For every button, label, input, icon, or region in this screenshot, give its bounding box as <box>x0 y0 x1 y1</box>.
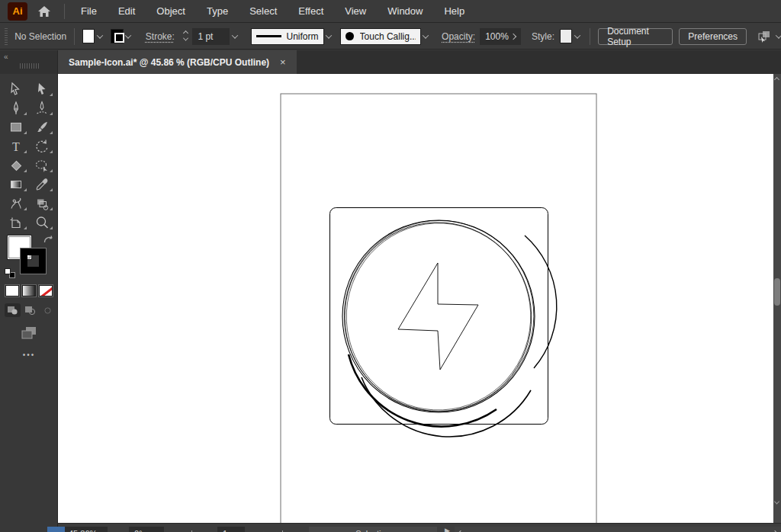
rectangle-tool[interactable] <box>3 117 29 136</box>
pen-tool[interactable] <box>3 98 29 117</box>
document-setup-button[interactable]: Document Setup <box>598 28 673 45</box>
width-profile-value: Uniform <box>287 31 319 42</box>
symbol-tool[interactable] <box>29 194 55 213</box>
draw-behind-button[interactable] <box>22 303 38 317</box>
document-tab-bar: Sample-Icon.ai* @ 45.86 % (RGB/CPU Outli… <box>58 50 781 74</box>
artboard-number-dropdown[interactable] <box>246 527 259 532</box>
preferences-button[interactable]: Preferences <box>679 28 747 45</box>
zoom-tool[interactable] <box>29 213 55 232</box>
tools-panel: « T <box>0 50 58 532</box>
width-profile-field[interactable]: Uniform <box>251 28 324 45</box>
artboard-tool[interactable] <box>3 213 29 232</box>
brush-definition-value: Touch Callig... <box>360 31 416 42</box>
status-bar: 45.86% 0° ◀ ◀ 1 ▶ ▶ Selection ▶ <box>58 523 781 532</box>
chevron-down-icon <box>97 32 103 38</box>
menu-help[interactable]: Help <box>437 2 471 20</box>
artboard-navigation: ◀ ◀ 1 ▶ ▶ <box>187 527 288 532</box>
stroke-color-swatch[interactable] <box>111 29 123 43</box>
artboard-number-value: 1 <box>223 529 227 532</box>
document-title: Sample-Icon.ai* @ 45.86 % (RGB/CPU Outli… <box>69 57 269 68</box>
opacity-label[interactable]: Opacity: <box>442 31 475 42</box>
scroll-down-icon[interactable] <box>774 499 779 505</box>
stroke-color-indicator[interactable] <box>21 248 46 274</box>
paintbrush-tool[interactable] <box>29 117 55 136</box>
shaper-tool[interactable] <box>29 155 55 175</box>
control-bar: No Selection Stroke: 1 pt Uniform Touch … <box>0 24 781 50</box>
menu-effect[interactable]: Effect <box>291 2 330 20</box>
zoom-level-value: 45.86% <box>69 529 97 532</box>
default-fill-stroke-icon[interactable] <box>5 268 15 278</box>
color-button[interactable] <box>5 285 19 296</box>
brush-definition-field[interactable]: Touch Callig... <box>340 28 421 45</box>
previous-artboard-button[interactable]: ◀ <box>201 527 216 532</box>
none-button[interactable] <box>39 285 53 296</box>
panel-drag-grip[interactable] <box>20 63 40 69</box>
curvature-tool[interactable] <box>29 98 55 117</box>
menu-edit[interactable]: Edit <box>111 2 142 20</box>
menu-file[interactable]: File <box>74 2 104 20</box>
stroke-weight-dropdown[interactable] <box>230 28 239 45</box>
close-tab-icon[interactable]: × <box>280 56 286 68</box>
stroke-weight-label[interactable]: Stroke: <box>146 31 175 42</box>
eraser-tool[interactable] <box>3 155 29 175</box>
separator <box>590 28 590 45</box>
draw-inside-button[interactable] <box>40 303 56 317</box>
swap-fill-stroke-icon[interactable] <box>43 234 53 245</box>
draw-normal-button[interactable] <box>5 303 21 317</box>
zoom-level-field[interactable]: 45.86% <box>63 527 108 532</box>
panel-grip[interactable] <box>5 28 8 45</box>
fill-stroke-cluster <box>0 233 58 282</box>
rotation-dropdown[interactable] <box>164 527 176 532</box>
last-artboard-button[interactable]: ▶ <box>273 527 288 532</box>
zoom-level-dropdown[interactable] <box>108 527 120 532</box>
gradient-button[interactable] <box>22 285 36 296</box>
status-options-icon[interactable]: ▶ <box>445 527 450 532</box>
style-swatch[interactable] <box>560 29 572 43</box>
first-artboard-button[interactable]: ◀ <box>187 527 201 532</box>
style-dropdown[interactable] <box>572 28 582 45</box>
illustrator-logo-icon[interactable]: Ai <box>8 2 27 21</box>
menu-bar: Ai File Edit Object Type Select Effect V… <box>0 0 781 23</box>
selection-tool[interactable] <box>3 79 29 98</box>
chevron-down-icon <box>167 529 173 532</box>
menu-window[interactable]: Window <box>381 2 429 20</box>
direct-selection-tool[interactable] <box>29 79 55 98</box>
horizontal-scrollbar[interactable] <box>455 527 781 532</box>
menu-items: File Edit Object Type Select Effect View… <box>74 2 471 20</box>
vertical-scrollbar[interactable] <box>773 74 781 523</box>
stroke-weight-stepper[interactable] <box>182 31 191 41</box>
menu-view[interactable]: View <box>338 2 373 20</box>
edit-toolbar-button[interactable]: ••• <box>0 351 58 359</box>
arrange-documents-button[interactable] <box>756 30 781 43</box>
vertical-scroll-thumb[interactable] <box>774 278 780 306</box>
opacity-field[interactable]: 100% <box>480 28 521 45</box>
menu-object[interactable]: Object <box>149 2 192 20</box>
collapse-panel-button[interactable]: « <box>4 53 9 61</box>
next-artboard-button[interactable]: ▶ <box>259 527 273 532</box>
menu-select[interactable]: Select <box>243 2 284 20</box>
tools-panel-header: « <box>0 50 57 74</box>
fill-color-dropdown[interactable] <box>95 28 104 45</box>
document-tab[interactable]: Sample-Icon.ai* @ 45.86 % (RGB/CPU Outli… <box>58 50 297 74</box>
blend-tool[interactable] <box>3 194 29 213</box>
eyedropper-tool[interactable] <box>29 175 55 194</box>
brush-definition-dropdown[interactable] <box>421 28 431 45</box>
home-icon[interactable] <box>35 2 53 21</box>
width-profile-dropdown[interactable] <box>324 28 334 45</box>
artboard-number-field[interactable]: 1 <box>217 527 245 532</box>
color-mode-buttons <box>5 285 53 296</box>
rotation-field[interactable]: 0° <box>129 527 164 532</box>
type-tool[interactable]: T <box>3 136 29 155</box>
status-display[interactable]: Selection <box>309 527 437 532</box>
menu-type[interactable]: Type <box>200 2 235 20</box>
fill-color-swatch[interactable] <box>82 29 95 43</box>
scroll-up-icon[interactable] <box>774 77 779 82</box>
rotate-tool[interactable] <box>29 136 55 155</box>
stroke-color-dropdown[interactable] <box>124 28 133 45</box>
tool-grid: T <box>0 79 57 232</box>
canvas[interactable] <box>58 74 773 523</box>
chevron-down-icon <box>776 32 781 38</box>
stroke-weight-value[interactable]: 1 pt <box>192 28 230 45</box>
gradient-tool[interactable] <box>3 175 29 194</box>
screen-mode-icon[interactable] <box>20 325 38 341</box>
